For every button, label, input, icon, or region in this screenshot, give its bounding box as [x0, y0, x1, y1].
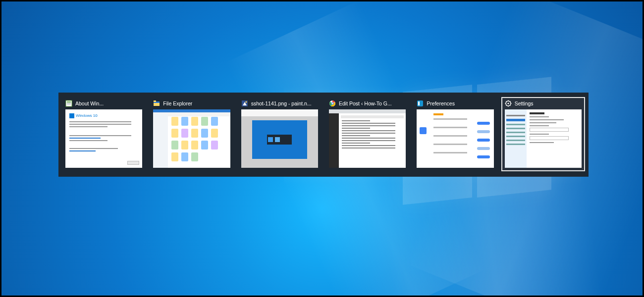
svg-point-15: [507, 102, 509, 104]
task-title: About Win...: [75, 100, 104, 106]
chrome-icon: [329, 100, 336, 107]
svg-point-11: [332, 102, 333, 104]
app-icon: [417, 100, 424, 107]
svg-rect-1: [67, 101, 71, 102]
task-thumbnail: [241, 109, 318, 168]
svg-point-8: [245, 101, 247, 102]
about-windows-icon: [65, 100, 72, 107]
svg-line-23: [510, 101, 510, 101]
task-title: Settings: [515, 100, 534, 106]
task-settings[interactable]: Settings: [502, 98, 585, 171]
task-thumbnail: [417, 109, 493, 168]
svg-rect-2: [67, 103, 71, 103]
svg-line-20: [506, 101, 506, 101]
task-title: File Explorer: [163, 100, 192, 106]
task-thumbnail: [153, 109, 230, 168]
task-thumbnail: [505, 109, 582, 168]
svg-rect-13: [418, 101, 420, 105]
task-title: sshot-1141.png - paint.n...: [251, 100, 312, 106]
task-title: Preferences: [427, 100, 455, 106]
task-title: Edit Post ‹ How-To G...: [339, 100, 392, 106]
task-chrome-edit-post[interactable]: Edit Post ‹ How-To G...: [326, 98, 409, 171]
task-thumbnail: Windows 10: [65, 109, 142, 168]
alt-tab-switcher: About Win... Windows 10 File Explorer: [58, 93, 589, 177]
file-explorer-icon: [153, 100, 160, 107]
task-about-windows[interactable]: About Win... Windows 10: [62, 98, 145, 171]
task-preferences[interactable]: Preferences: [414, 98, 496, 171]
svg-rect-6: [154, 100, 156, 102]
task-paintnet[interactable]: sshot-1141.png - paint.n...: [238, 98, 321, 171]
svg-rect-3: [67, 104, 71, 104]
task-file-explorer[interactable]: File Explorer: [150, 98, 233, 171]
paintnet-icon: [241, 100, 248, 107]
settings-gear-icon: [505, 100, 512, 107]
task-thumbnail: [329, 109, 406, 168]
svg-line-22: [506, 105, 506, 105]
svg-rect-12: [417, 100, 423, 106]
svg-line-21: [510, 105, 510, 105]
